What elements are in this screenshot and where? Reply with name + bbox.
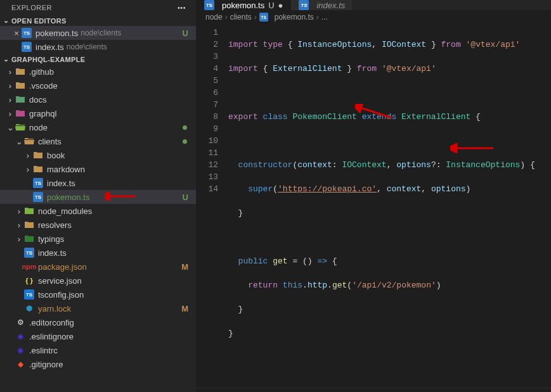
tab-label: index.ts: [316, 1, 345, 10]
tree-item-label: index.ts: [47, 179, 75, 188]
tree-folder[interactable]: ›graphql: [0, 106, 196, 120]
chevron-right-icon: ›: [23, 151, 33, 160]
tree-file[interactable]: ⚙.editorconfig: [0, 315, 196, 329]
line-number: 11: [197, 147, 218, 159]
open-editors-list: × TS pokemon.ts node\clients U × TS inde…: [0, 26, 196, 54]
editor-tabs: TS pokemon.ts U ● TS index.ts: [197, 0, 551, 10]
tree-file[interactable]: { }service.json: [0, 274, 196, 288]
tree-item-label: .gitignore: [29, 360, 63, 369]
typescript-icon: TS: [204, 0, 214, 10]
tab-index[interactable]: TS index.ts: [291, 0, 353, 10]
chevron-right-icon: ›: [14, 220, 24, 230]
chevron-down-icon: ⌄: [1, 16, 11, 25]
tree-item-label: .eslintrc: [29, 346, 58, 355]
folder-icon: [15, 122, 25, 132]
breadcrumb-seg[interactable]: clients: [230, 13, 252, 22]
open-editor-item[interactable]: × TS pokemon.ts node\clients U: [0, 26, 196, 40]
tree-file[interactable]: TStsconfig.json: [0, 288, 196, 301]
tree-file[interactable]: ⬢yarn.lockM: [0, 301, 196, 315]
bottom-panel-tabs: PROBLEMS OUTPUT TERMINAL GITLENS: [197, 388, 551, 392]
typescript-icon: TS: [33, 178, 43, 188]
line-number: 2: [197, 39, 218, 51]
typescript-icon: TS: [33, 192, 43, 202]
file-path: node\clients: [81, 28, 121, 37]
chevron-right-icon: ›: [5, 95, 15, 104]
tree-file[interactable]: ◉.eslintignore: [0, 329, 196, 343]
chevron-right-icon: ›: [23, 165, 33, 174]
typescript-icon: TS: [259, 13, 268, 22]
folder-open-icon: [24, 136, 34, 146]
tree-file[interactable]: TSpokemon.tsU: [0, 190, 196, 204]
breadcrumb-seg[interactable]: pokemon.ts: [275, 13, 314, 22]
tree-item-label: package.json: [38, 262, 87, 272]
tree-folder[interactable]: ›.github: [0, 65, 196, 79]
code-content[interactable]: import type { InstanceOptions, IOContext…: [228, 24, 535, 388]
tree-file[interactable]: ◉.eslintrc: [0, 343, 196, 357]
line-number: 12: [197, 159, 218, 171]
code-editor[interactable]: 1234567891011121314 import type { Instan…: [197, 24, 551, 388]
typescript-icon: TS: [22, 28, 32, 38]
breadcrumb[interactable]: node › clients › TS pokemon.ts › ...: [197, 10, 551, 24]
json-icon: { }: [24, 275, 34, 286]
tree-item-label: resolvers: [38, 220, 72, 230]
tree-item-label: .github: [29, 67, 54, 77]
tree-folder[interactable]: ›book: [0, 148, 196, 162]
breadcrumb-seg[interactable]: node: [205, 13, 223, 22]
file-tree: ›.github›.vscode›docs›graphql⌄node⌄clien…: [0, 65, 196, 392]
open-editors-header[interactable]: ⌄ OPEN EDITORS: [0, 15, 196, 26]
folder-icon: [24, 234, 34, 244]
line-number: 3: [197, 51, 218, 63]
line-gutter: 1234567891011121314: [197, 24, 228, 388]
tree-file[interactable]: TSindex.ts: [0, 176, 196, 190]
tree-folder[interactable]: ›.vscode: [0, 79, 196, 92]
editorconfig-icon: ⚙: [15, 317, 25, 327]
chevron-right-icon: ›: [5, 67, 15, 77]
eslint-icon: ◉: [15, 331, 25, 341]
tree-item-label: yarn.lock: [38, 304, 71, 313]
line-number: 8: [197, 111, 218, 123]
tree-folder[interactable]: ⌄node: [0, 120, 196, 134]
line-number: 13: [197, 171, 218, 183]
line-number: 9: [197, 123, 218, 135]
folder-icon: [15, 94, 25, 104]
line-number: 1: [197, 27, 218, 39]
tab-pokemon[interactable]: TS pokemon.ts U ●: [197, 0, 291, 10]
npm-icon: npm: [24, 262, 34, 272]
tree-item-label: .eslintignore: [29, 332, 74, 341]
tree-folder[interactable]: ›markdown: [0, 162, 196, 176]
close-icon[interactable]: ×: [11, 28, 22, 38]
folder-icon: [33, 150, 43, 160]
tree-item-label: pokemon.ts: [47, 193, 89, 202]
chevron-right-icon: ›: [14, 206, 24, 216]
file-path: node\clients: [67, 42, 107, 51]
tree-file[interactable]: npmpackage.jsonM: [0, 260, 196, 274]
editor-region: TS pokemon.ts U ● TS index.ts node › cli…: [197, 0, 551, 392]
file-name: index.ts: [36, 42, 64, 52]
tree-folder[interactable]: ›typings: [0, 232, 196, 246]
project-title: GRAPHQL-EXAMPLE: [11, 56, 85, 63]
git-icon: ◆: [15, 359, 25, 369]
tree-file[interactable]: ◆.gitignore: [0, 357, 196, 371]
line-number: 5: [197, 75, 218, 87]
tree-folder[interactable]: ›node_modules: [0, 204, 196, 218]
yarn-icon: ⬢: [24, 303, 34, 313]
breadcrumb-seg[interactable]: ...: [321, 13, 328, 22]
open-editors-title: OPEN EDITORS: [11, 17, 67, 25]
chevron-down-icon: ⌄: [1, 55, 11, 63]
more-actions-icon[interactable]: •••: [175, 4, 188, 11]
chevron-right-icon: ›: [225, 13, 228, 22]
project-header[interactable]: ⌄ GRAPHQL-EXAMPLE: [0, 54, 196, 65]
modified-indicator: ●: [278, 1, 283, 10]
tree-item-label: index.ts: [38, 248, 67, 258]
git-status-badge: M: [181, 304, 188, 313]
line-number: 10: [197, 135, 218, 147]
typescript-icon: TS: [22, 42, 32, 52]
file-name: pokemon.ts: [36, 28, 78, 38]
explorer-title: EXPLORER: [11, 4, 52, 11]
tree-item-label: tsconfig.json: [38, 290, 84, 300]
tree-folder[interactable]: ›docs: [0, 92, 196, 106]
tree-folder[interactable]: ⌄clients: [0, 134, 196, 148]
tree-folder[interactable]: ›resolvers: [0, 218, 196, 232]
open-editor-item[interactable]: × TS index.ts node\clients: [0, 40, 196, 54]
tree-file[interactable]: TSindex.ts: [0, 246, 196, 260]
